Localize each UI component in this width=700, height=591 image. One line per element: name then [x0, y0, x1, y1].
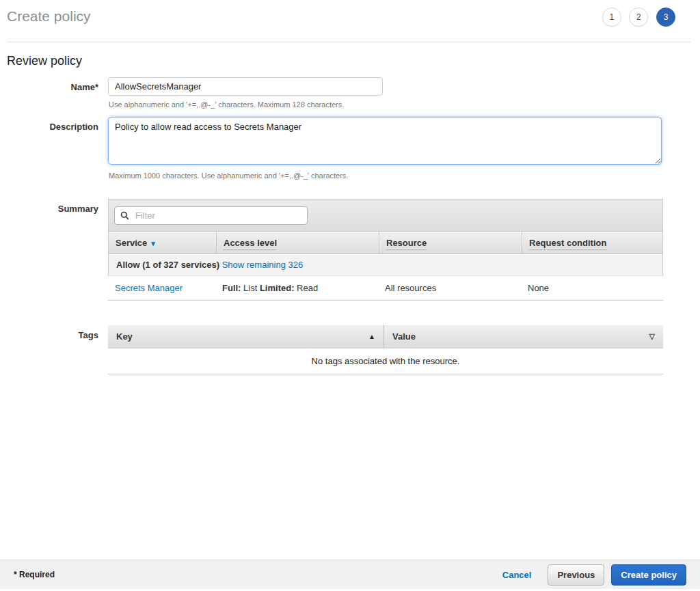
- summary-label: Summary: [7, 199, 108, 301]
- step-indicator: 1 2 3: [597, 8, 675, 27]
- table-row: Secrets Manager Full: List Limited: Read…: [108, 276, 663, 301]
- description-helper-text: Maximum 1000 characters. Use alphanumeri…: [109, 171, 700, 180]
- step-1[interactable]: 1: [602, 8, 621, 27]
- tags-label: Tags: [7, 325, 108, 374]
- required-note: * Required: [14, 570, 55, 579]
- step-3-active: 3: [656, 8, 675, 27]
- summary-field: Service▾ Access level Resource Request c…: [108, 199, 700, 301]
- column-header-key[interactable]: Key ▲: [108, 325, 384, 348]
- review-policy-heading: Review policy: [7, 54, 700, 68]
- column-header-resource[interactable]: Resource: [379, 232, 522, 253]
- access-level-cell: Full: List Limited: Read: [215, 276, 378, 300]
- service-cell: Secrets Manager: [108, 276, 215, 300]
- service-column-label: Service: [116, 238, 147, 248]
- tags-field: Key ▲ Value ▽ No tags associated with th…: [108, 325, 700, 374]
- summary-table-header: Service▾ Access level Resource Request c…: [108, 231, 663, 254]
- access-full-value: List: [243, 283, 257, 293]
- search-icon: [120, 211, 129, 220]
- value-column-label: Value: [392, 331, 416, 342]
- access-level-column-label: Access level: [224, 238, 277, 250]
- page-header: Create policy 1 2 3: [7, 0, 690, 42]
- tags-empty-message: No tags associated with the resource.: [108, 348, 663, 374]
- policy-description-textarea[interactable]: Policy to allow read access to Secrets M…: [108, 117, 662, 165]
- name-helper-text: Use alphanumeric and '+=,.@-_' character…: [109, 100, 700, 109]
- request-condition-column-label: Request condition: [529, 238, 606, 250]
- main-content: Review policy Name* Use alphanumeric and…: [0, 54, 700, 374]
- access-full-label: Full:: [222, 283, 241, 293]
- step-2[interactable]: 2: [629, 8, 648, 27]
- request-condition-cell: None: [521, 276, 663, 300]
- create-policy-button[interactable]: Create policy: [611, 564, 686, 586]
- service-link[interactable]: Secrets Manager: [115, 283, 183, 293]
- summary-table: Service▾ Access level Resource Request c…: [108, 199, 663, 301]
- summary-toolbar: [108, 199, 663, 231]
- description-label: Description: [7, 117, 108, 188]
- description-row: Description Policy to allow read access …: [7, 117, 700, 188]
- allow-group-text: Allow (1 of 327 services): [116, 260, 219, 270]
- name-field: Use alphanumeric and '+=,.@-_' character…: [108, 77, 700, 117]
- create-policy-page: Create policy 1 2 3 Review policy Name* …: [0, 0, 700, 591]
- page-title: Create policy: [7, 0, 91, 25]
- name-label: Name*: [7, 77, 108, 117]
- column-header-service[interactable]: Service▾: [109, 232, 216, 253]
- show-remaining-link[interactable]: Show remaining 326: [222, 260, 304, 270]
- sort-toggle-icon: ▽: [649, 332, 655, 341]
- tags-row: Tags Key ▲ Value ▽ No tags associated wi…: [7, 325, 700, 374]
- filter-input[interactable]: [134, 210, 301, 221]
- sort-ascending-icon: ▲: [368, 333, 375, 340]
- allow-group-row: Allow (1 of 327 services) Show remaining…: [108, 254, 663, 276]
- column-header-value[interactable]: Value ▽: [384, 325, 663, 348]
- policy-name-input[interactable]: [108, 77, 383, 96]
- column-header-access-level[interactable]: Access level: [216, 232, 379, 253]
- summary-row: Summary Service▾: [7, 199, 700, 301]
- access-limited-value: Read: [297, 283, 318, 293]
- tags-table-header: Key ▲ Value ▽: [108, 325, 663, 348]
- key-column-label: Key: [116, 331, 133, 342]
- filter-box[interactable]: [114, 206, 308, 225]
- resource-cell: All resources: [378, 276, 521, 300]
- previous-button[interactable]: Previous: [548, 564, 604, 586]
- footer-actions: Cancel Previous Create policy: [502, 564, 686, 586]
- wizard-footer: * Required Cancel Previous Create policy: [0, 560, 700, 589]
- access-limited-label: Limited:: [260, 283, 295, 293]
- description-field: Policy to allow read access to Secrets M…: [108, 117, 700, 188]
- name-row: Name* Use alphanumeric and '+=,.@-_' cha…: [7, 77, 700, 117]
- tags-table: Key ▲ Value ▽ No tags associated with th…: [108, 325, 663, 374]
- column-header-request-condition[interactable]: Request condition: [522, 232, 662, 253]
- caret-down-icon: ▾: [151, 239, 155, 247]
- cancel-button[interactable]: Cancel: [502, 570, 532, 580]
- resource-column-label: Resource: [386, 238, 427, 250]
